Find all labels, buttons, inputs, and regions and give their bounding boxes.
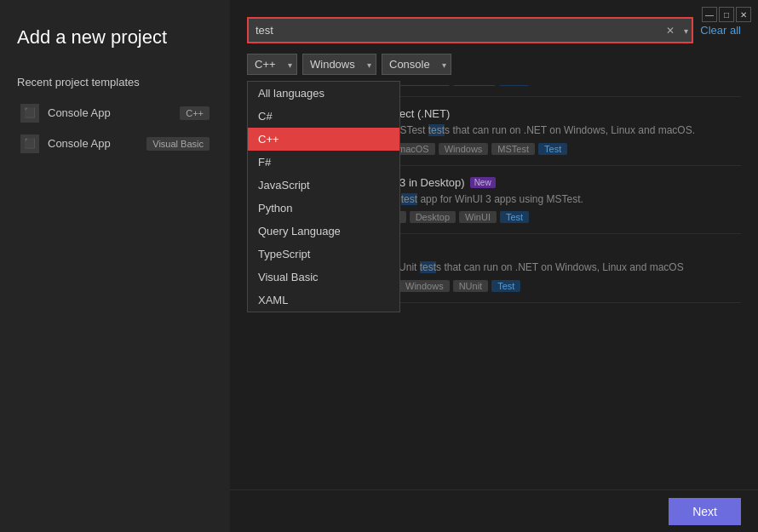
platform-filter[interactable]: Windows [302, 54, 376, 75]
search-input[interactable] [249, 19, 692, 42]
tag-accent: Test [538, 143, 567, 155]
recent-section-title: Recent project templates [17, 76, 213, 89]
tag: Windows [399, 85, 450, 86]
search-clear-icon[interactable]: ✕ [666, 25, 675, 37]
tag: MSTest [453, 85, 497, 86]
type-filter[interactable]: Console [382, 54, 451, 75]
dropdown-item-javascript[interactable]: JavaScript [248, 174, 399, 197]
title-bar: — □ ✕ [695, 0, 758, 29]
search-box: ✕ ▾ [247, 17, 693, 43]
dropdown-item-all-languages[interactable]: All languages [248, 82, 399, 105]
recent-tag-1: Visual Basic [146, 137, 210, 151]
dropdown-item-xaml[interactable]: XAML [248, 289, 399, 312]
filter-row: C++ All languages C# C++ F# JavaScript P… [247, 54, 741, 75]
dropdown-item-cpp[interactable]: C++ [248, 128, 399, 151]
dropdown-item-csharp[interactable]: C# [248, 105, 399, 128]
dropdown-item-fsharp[interactable]: F# [248, 151, 399, 174]
language-filter[interactable]: C++ [247, 54, 297, 75]
tag: Windows [399, 280, 450, 292]
dropdown-item-typescript[interactable]: TypeScript [248, 243, 399, 266]
language-dropdown: All languages C# C++ F# JavaScript Pytho… [247, 81, 400, 312]
maximize-button[interactable]: □ [719, 7, 734, 22]
tag-accent: Test [499, 85, 528, 86]
tag: Desktop [410, 211, 456, 223]
recent-tag-0: C++ [180, 106, 210, 120]
tag: NUnit [453, 280, 489, 292]
tag: MSTest [491, 143, 535, 155]
recent-item-0[interactable]: ⬛ Console App C++ [17, 99, 213, 128]
right-panel: ✕ ▾ Clear all C++ All languages C# C++ F… [230, 0, 758, 532]
recent-name-1: Console App [48, 137, 138, 150]
dropdown-item-query[interactable]: Query Language [248, 220, 399, 243]
search-row: ✕ ▾ Clear all [247, 17, 741, 43]
dropdown-item-vb[interactable]: Visual Basic [248, 266, 399, 289]
type-filter-wrapper: Console [382, 54, 451, 75]
tag-accent: Test [491, 280, 520, 292]
next-button[interactable]: Next [669, 498, 741, 525]
recent-icon-0: ⬛ [20, 104, 39, 123]
dropdown-item-python[interactable]: Python [248, 197, 399, 220]
recent-item-1[interactable]: ⬛ Console App Visual Basic [17, 129, 213, 158]
page-title: Add a new project [17, 26, 213, 50]
tag-accent: Test [500, 211, 529, 223]
bottom-bar: Next [230, 489, 758, 532]
new-badge: New [470, 177, 496, 188]
tag: WinUI [459, 211, 497, 223]
language-filter-wrapper: C++ All languages C# C++ F# JavaScript P… [247, 54, 297, 75]
tag: Windows [439, 143, 489, 155]
close-button[interactable]: ✕ [736, 7, 751, 22]
recent-icon-1: ⬛ [20, 134, 39, 153]
platform-filter-wrapper: Windows [302, 54, 376, 75]
minimize-button[interactable]: — [702, 7, 717, 22]
search-dropdown-icon[interactable]: ▾ [684, 26, 688, 35]
left-panel: Add a new project Recent project templat… [0, 0, 230, 532]
recent-name-0: Console App [48, 106, 171, 119]
